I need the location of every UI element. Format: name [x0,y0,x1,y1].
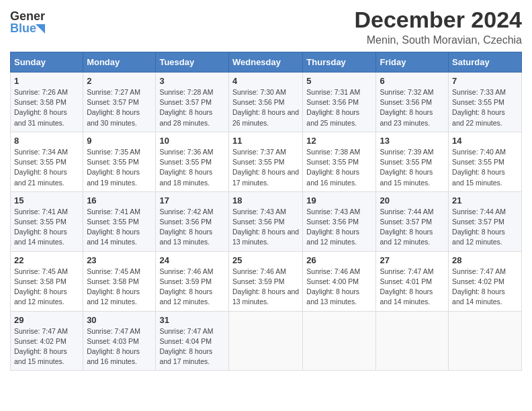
day-info: Sunrise: 7:31 AMSunset: 3:56 PMDaylight:… [306,87,372,128]
calendar-cell: 30Sunrise: 7:47 AMSunset: 4:03 PMDayligh… [83,311,156,371]
day-info: Sunrise: 7:43 AMSunset: 3:56 PMDaylight:… [306,207,372,248]
calendar-cell: 29Sunrise: 7:47 AMSunset: 4:02 PMDayligh… [11,311,83,371]
title-area: December 2024 Menin, South Moravian, Cze… [354,7,522,46]
day-number: 23 [87,255,152,265]
day-number: 28 [452,255,518,265]
calendar-body: 1Sunrise: 7:26 AMSunset: 3:58 PMDaylight… [11,73,522,371]
day-number: 8 [14,136,79,146]
day-info: Sunrise: 7:40 AMSunset: 3:55 PMDaylight:… [452,147,518,188]
calendar-cell: 3Sunrise: 7:28 AMSunset: 3:57 PMDaylight… [156,73,229,132]
day-number: 10 [159,136,225,146]
calendar-table: SundayMondayTuesdayWednesdayThursdayFrid… [10,52,522,371]
day-info: Sunrise: 7:44 AMSunset: 3:57 PMDaylight:… [452,207,518,248]
calendar-cell: 13Sunrise: 7:39 AMSunset: 3:55 PMDayligh… [376,132,449,191]
day-number: 31 [159,315,225,325]
day-number: 13 [380,136,445,146]
calendar-cell: 24Sunrise: 7:46 AMSunset: 3:59 PMDayligh… [156,251,229,311]
calendar-cell: 6Sunrise: 7:32 AMSunset: 3:56 PMDaylight… [376,73,449,132]
calendar-cell: 18Sunrise: 7:43 AMSunset: 3:56 PMDayligh… [228,191,302,251]
calendar-cell: 9Sunrise: 7:35 AMSunset: 3:55 PMDaylight… [83,132,156,191]
calendar-cell: 26Sunrise: 7:46 AMSunset: 4:00 PMDayligh… [303,251,376,311]
day-info: Sunrise: 7:34 AMSunset: 3:55 PMDaylight:… [14,147,79,188]
day-info: Sunrise: 7:38 AMSunset: 3:55 PMDaylight:… [306,147,372,188]
calendar-cell: 16Sunrise: 7:41 AMSunset: 3:55 PMDayligh… [83,191,156,251]
weekday-header-saturday: Saturday [449,52,522,73]
calendar-cell: 12Sunrise: 7:38 AMSunset: 3:55 PMDayligh… [303,132,376,191]
calendar-cell: 4Sunrise: 7:30 AMSunset: 3:56 PMDaylight… [228,73,302,132]
day-info: Sunrise: 7:33 AMSunset: 3:55 PMDaylight:… [452,87,518,128]
calendar-cell: 23Sunrise: 7:45 AMSunset: 3:58 PMDayligh… [83,251,156,311]
calendar-week-3: 15Sunrise: 7:41 AMSunset: 3:55 PMDayligh… [11,191,522,251]
day-info: Sunrise: 7:30 AMSunset: 3:56 PMDaylight:… [232,87,299,128]
day-info: Sunrise: 7:43 AMSunset: 3:56 PMDaylight:… [232,207,299,248]
day-number: 20 [380,195,445,205]
day-info: Sunrise: 7:41 AMSunset: 3:55 PMDaylight:… [14,207,79,248]
weekday-header-row: SundayMondayTuesdayWednesdayThursdayFrid… [11,52,522,73]
day-info: Sunrise: 7:35 AMSunset: 3:55 PMDaylight:… [87,147,152,188]
weekday-header-friday: Friday [376,52,449,73]
day-info: Sunrise: 7:41 AMSunset: 3:55 PMDaylight:… [87,207,152,248]
day-info: Sunrise: 7:44 AMSunset: 3:57 PMDaylight:… [380,207,445,248]
day-info: Sunrise: 7:47 AMSunset: 4:02 PMDaylight:… [14,326,79,367]
day-number: 6 [380,76,445,86]
calendar-week-5: 29Sunrise: 7:47 AMSunset: 4:02 PMDayligh… [11,311,522,371]
day-number: 12 [306,136,372,146]
day-info: Sunrise: 7:45 AMSunset: 3:58 PMDaylight:… [87,267,152,308]
day-number: 29 [14,315,79,325]
page-subtitle: Menin, South Moravian, Czechia [354,34,522,46]
day-number: 30 [87,315,152,325]
day-number: 16 [87,195,152,205]
weekday-header-wednesday: Wednesday [228,52,302,73]
calendar-cell: 1Sunrise: 7:26 AMSunset: 3:58 PMDaylight… [11,73,83,132]
calendar-cell [228,311,302,371]
calendar-cell: 22Sunrise: 7:45 AMSunset: 3:58 PMDayligh… [11,251,83,311]
calendar-cell: 10Sunrise: 7:36 AMSunset: 3:55 PMDayligh… [156,132,229,191]
calendar-cell: 31Sunrise: 7:47 AMSunset: 4:04 PMDayligh… [156,311,229,371]
weekday-header-thursday: Thursday [303,52,376,73]
day-info: Sunrise: 7:37 AMSunset: 3:55 PMDaylight:… [232,147,299,188]
svg-text:Blue: Blue [10,21,36,35]
page-header: General Blue December 2024 Menin, South … [10,7,522,46]
calendar-cell: 14Sunrise: 7:40 AMSunset: 3:55 PMDayligh… [449,132,522,191]
day-number: 25 [232,255,299,265]
day-info: Sunrise: 7:42 AMSunset: 3:56 PMDaylight:… [159,207,225,248]
day-info: Sunrise: 7:46 AMSunset: 4:00 PMDaylight:… [306,267,372,308]
calendar-cell: 5Sunrise: 7:31 AMSunset: 3:56 PMDaylight… [303,73,376,132]
weekday-header-sunday: Sunday [11,52,83,73]
day-info: Sunrise: 7:39 AMSunset: 3:55 PMDaylight:… [380,147,445,188]
svg-marker-2 [36,24,45,34]
day-info: Sunrise: 7:46 AMSunset: 3:59 PMDaylight:… [159,267,225,308]
logo-icon: General Blue [10,7,45,36]
day-info: Sunrise: 7:47 AMSunset: 4:04 PMDaylight:… [159,326,225,367]
day-number: 2 [87,76,152,86]
day-number: 19 [306,195,372,205]
calendar-cell: 20Sunrise: 7:44 AMSunset: 3:57 PMDayligh… [376,191,449,251]
calendar-cell: 27Sunrise: 7:47 AMSunset: 4:01 PMDayligh… [376,251,449,311]
calendar-cell: 17Sunrise: 7:42 AMSunset: 3:56 PMDayligh… [156,191,229,251]
day-number: 17 [159,195,225,205]
day-info: Sunrise: 7:47 AMSunset: 4:02 PMDaylight:… [452,267,518,308]
day-info: Sunrise: 7:28 AMSunset: 3:57 PMDaylight:… [159,87,225,128]
day-info: Sunrise: 7:36 AMSunset: 3:55 PMDaylight:… [159,147,225,188]
calendar-cell: 21Sunrise: 7:44 AMSunset: 3:57 PMDayligh… [449,191,522,251]
day-info: Sunrise: 7:32 AMSunset: 3:56 PMDaylight:… [380,87,445,128]
weekday-header-tuesday: Tuesday [156,52,229,73]
calendar-cell [376,311,449,371]
day-number: 1 [14,76,79,86]
day-number: 24 [159,255,225,265]
day-number: 4 [232,76,299,86]
day-number: 5 [306,76,372,86]
day-info: Sunrise: 7:46 AMSunset: 3:59 PMDaylight:… [232,267,299,308]
calendar-cell [449,311,522,371]
day-number: 26 [306,255,372,265]
day-number: 11 [232,136,299,146]
day-number: 9 [87,136,152,146]
calendar-week-1: 1Sunrise: 7:26 AMSunset: 3:58 PMDaylight… [11,73,522,132]
logo: General Blue [10,7,45,36]
calendar-cell: 19Sunrise: 7:43 AMSunset: 3:56 PMDayligh… [303,191,376,251]
day-number: 3 [159,76,225,86]
calendar-cell: 7Sunrise: 7:33 AMSunset: 3:55 PMDaylight… [449,73,522,132]
calendar-cell: 8Sunrise: 7:34 AMSunset: 3:55 PMDaylight… [11,132,83,191]
calendar-header: SundayMondayTuesdayWednesdayThursdayFrid… [11,52,522,73]
page-title: December 2024 [354,7,522,33]
